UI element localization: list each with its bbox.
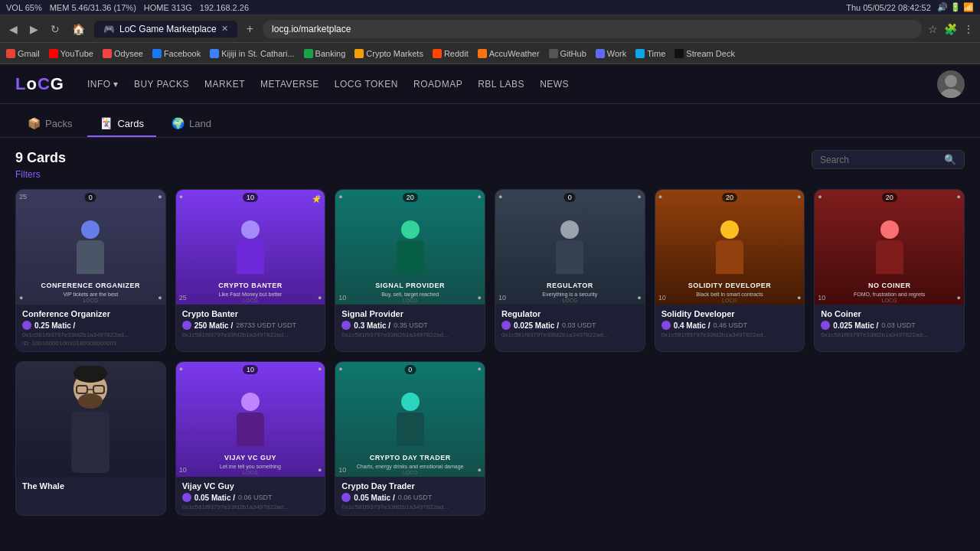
- card-corner-tl: 25: [19, 193, 27, 201]
- card-title-overlay: CRYPTO DAY TRADER: [335, 454, 485, 461]
- bookmark-banking[interactable]: Banking: [304, 49, 346, 58]
- github-icon: [549, 49, 558, 58]
- tab-land[interactable]: 🌍 Land: [159, 111, 224, 137]
- extensions-icon[interactable]: 🧩: [944, 23, 957, 35]
- home-button[interactable]: 🏠: [69, 21, 88, 37]
- odysee-icon: [103, 49, 112, 58]
- bookmark-icon[interactable]: ☆: [928, 23, 938, 35]
- bookmark-odysee[interactable]: Odysee: [103, 49, 143, 58]
- kijiji-icon: [210, 49, 219, 58]
- filters-link[interactable]: Filters: [15, 169, 66, 180]
- nav-roadmap[interactable]: ROADMAP: [413, 79, 462, 90]
- matic-icon: [182, 321, 191, 330]
- card-price-row: 250 Matic /28733 USDT USDT: [182, 321, 319, 330]
- bookmark-reddit[interactable]: Reddit: [433, 49, 469, 58]
- search-input[interactable]: [820, 155, 939, 165]
- nav-rbl-labs[interactable]: RBL LABS: [478, 79, 524, 90]
- card-price: 0.05 Matic /: [194, 494, 235, 502]
- nav-metaverse[interactable]: METAVERSE: [260, 79, 319, 90]
- card-corner-tr: ●: [478, 193, 482, 201]
- site-nav: INFO ▾ BUY PACKS MARKET METAVERSE LOCG T…: [87, 79, 914, 90]
- card-address: 0x1c581f93797e33fd2b1a3497822ad...: [182, 504, 319, 510]
- card-name: Conference Organizer: [22, 309, 159, 318]
- webcam-person: [16, 362, 165, 477]
- close-tab-icon[interactable]: ✕: [221, 24, 228, 34]
- card-id: ID: 1001000010010180000000001: [22, 340, 159, 347]
- nav-locg-token[interactable]: LOCG TOKEN: [335, 79, 398, 90]
- card-price: 0.4 Matic /: [674, 321, 710, 330]
- forward-button[interactable]: ▶: [27, 21, 41, 37]
- card-badge-top: 20: [722, 193, 737, 202]
- tab-packs[interactable]: 📦 Packs: [15, 111, 84, 137]
- bookmark-facebook[interactable]: Facebook: [152, 49, 201, 58]
- card-address: 0x1c581f93797e33fd2b1a3497822ad...: [341, 331, 479, 338]
- bookmark-youtube[interactable]: YouTube: [49, 49, 93, 58]
- card-person-figure: [67, 220, 113, 274]
- back-button[interactable]: ◀: [6, 21, 21, 37]
- card-corner-tl: ●: [658, 193, 662, 201]
- card-bottom-logo: LOCG: [403, 470, 418, 475]
- svg-rect-7: [71, 412, 109, 473]
- tab-cards-label: Cards: [117, 118, 144, 129]
- site-logo[interactable]: LoCG: [15, 74, 64, 94]
- bookmark-work[interactable]: Work: [596, 49, 626, 58]
- card-address: 0x1c581f93797e33fd2b1a3497822ad...: [501, 331, 639, 338]
- bookmark-kijiji[interactable]: Kijiji in St. Cathari...: [210, 49, 294, 58]
- card-name: Solidity Developer: [662, 309, 799, 318]
- sys-left: VOL 65% MEM 5.46/31.36 (17%) HOME 313G 1…: [6, 3, 249, 12]
- bookmark-streamdeck[interactable]: Stream Deck: [675, 49, 735, 58]
- card-usdt: 0.46 USDT: [713, 321, 747, 329]
- card-item[interactable]: 025●●●CONFERENCE ORGANIZERVIP tickets ar…: [15, 189, 166, 352]
- bookmark-accuweather[interactable]: AccuWeather: [478, 49, 540, 58]
- search-box[interactable]: 🔍: [812, 150, 965, 169]
- card-corner-tl: ●: [338, 193, 342, 201]
- bookmark-gmail[interactable]: Gmail: [6, 49, 40, 58]
- card-corner-tr: ●: [158, 193, 162, 201]
- nav-buy-packs[interactable]: BUY PACKS: [134, 79, 189, 90]
- card-item[interactable]: 0●●10●REGULATOREverything is a securityL…: [495, 189, 645, 352]
- nav-info[interactable]: INFO ▾: [87, 79, 119, 90]
- card-name: Regulator: [501, 309, 639, 318]
- card-price-row: 0.05 Matic /0.06 USDT: [182, 493, 319, 502]
- menu-icon[interactable]: ⋮: [963, 23, 974, 35]
- card-item-webcam[interactable]: The Whale: [15, 361, 166, 516]
- matic-icon: [821, 321, 830, 330]
- tab-land-label: Land: [189, 118, 211, 129]
- card-subtitle-overlay: Everything is a security: [495, 292, 645, 297]
- card-item[interactable]: 20●●10●NO COINERFOMO, frustration and re…: [814, 189, 965, 352]
- bookmark-crypto-markets[interactable]: Crypto Markets: [354, 49, 423, 58]
- card-badge-top: 0: [85, 193, 96, 202]
- card-corner-tl: ●: [818, 193, 822, 201]
- card-item[interactable]: 20●●10●SOLIDITY DEVELOPERBlack belt in s…: [655, 189, 805, 352]
- active-tab[interactable]: 🎮 LoC Game Marketplace ✕: [94, 21, 237, 37]
- reload-button[interactable]: ↻: [47, 21, 63, 37]
- matic-icon: [22, 321, 31, 330]
- svg-point-1: [940, 89, 962, 98]
- card-subtitle-overlay: Charts, energy drinks and emotional dama…: [335, 464, 485, 469]
- content-header: 9 Cards Filters 🔍: [15, 150, 965, 180]
- card-corner-tl: ●: [498, 193, 502, 201]
- card-item[interactable]: 0●●10●CRYPTO DAY TRADERCharts, energy dr…: [335, 361, 485, 516]
- cards-grid-row1: 025●●●CONFERENCE ORGANIZERVIP tickets ar…: [15, 189, 965, 352]
- user-avatar[interactable]: [937, 70, 965, 98]
- svg-point-6: [78, 393, 103, 409]
- card-bottom-logo: LOCG: [562, 298, 577, 303]
- matic-icon: [662, 321, 671, 330]
- card-usdt: 0.06 USDT: [238, 494, 273, 501]
- card-item[interactable]: 10●★25●CRYPTO BANTERLike Fast Money but …: [175, 189, 326, 352]
- card-item[interactable]: 20●●10●SIGNAL PROVIDERBuy, sell, target …: [335, 189, 485, 352]
- bookmark-github[interactable]: GitHub: [549, 49, 586, 58]
- card-corner-tr: ●: [478, 365, 482, 373]
- webcam-frame: [16, 362, 165, 477]
- address-bar[interactable]: [263, 20, 922, 38]
- card-item[interactable]: 10●●10●VIJAY VC GUYLet me tell you somet…: [175, 361, 326, 516]
- tab-cards[interactable]: 🃏 Cards: [87, 111, 156, 137]
- nav-market[interactable]: MARKET: [204, 79, 245, 90]
- card-person-figure: [387, 393, 433, 446]
- card-subtitle-overlay: Like Fast Money but better: [176, 292, 325, 297]
- nav-news[interactable]: NEWS: [540, 79, 569, 90]
- card-address: 0x1c581f93797e33fd2b1a3497822ad...: [182, 331, 319, 338]
- card-person-figure: [227, 220, 273, 274]
- bookmark-time[interactable]: Time: [635, 49, 665, 58]
- new-tab-button[interactable]: +: [243, 22, 256, 36]
